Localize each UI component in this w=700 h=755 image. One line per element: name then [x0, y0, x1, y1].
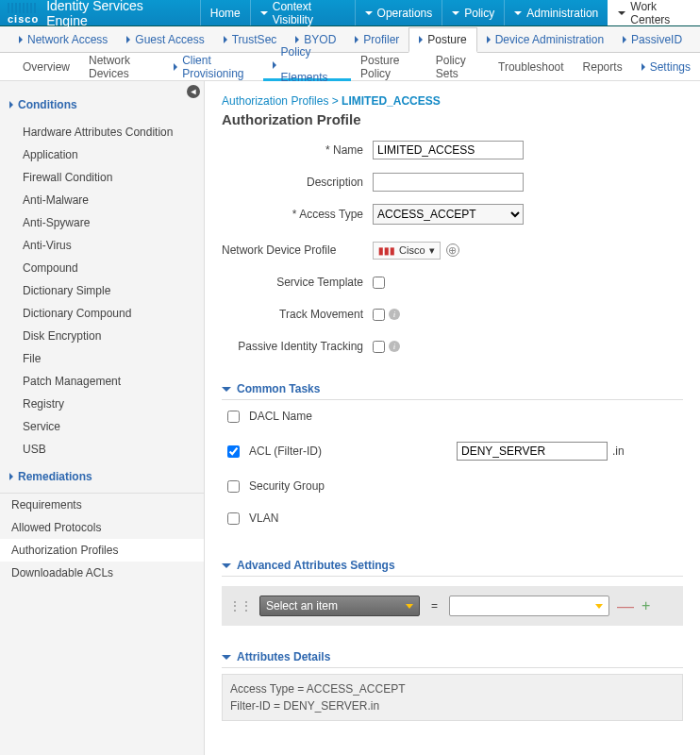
label-service-template: Service Template	[222, 276, 373, 289]
breadcrumb: Authorization Profiles > LIMITED_ACCESS	[222, 94, 683, 108]
caret-down-icon	[365, 11, 373, 15]
breadcrumb-parent[interactable]: Authorization Profiles	[222, 94, 328, 108]
top-tabs: Home Context Visibility Operations Polic…	[200, 0, 700, 25]
cond-compound[interactable]: Compound	[0, 257, 204, 279]
checkbox-passive-identity[interactable]	[373, 341, 385, 353]
tert-overview[interactable]: Overview	[13, 60, 79, 74]
tert-posture-policy[interactable]: Posture Policy	[351, 54, 426, 80]
cond-hardware[interactable]: Hardware Attributes Condition	[0, 121, 204, 143]
sub-network-access[interactable]: Network Access	[9, 33, 117, 46]
section-details[interactable]: Attributes Details	[222, 650, 683, 668]
label-passive-identity: Passive Identity Tracking	[222, 340, 373, 353]
info-icon[interactable]: i	[389, 309, 400, 320]
tert-reports[interactable]: Reports	[574, 60, 632, 74]
caret-right-icon	[623, 36, 626, 43]
tab-home[interactable]: Home	[200, 0, 250, 25]
input-name[interactable]	[373, 141, 524, 159]
sub-device-admin[interactable]: Device Administration	[477, 33, 613, 46]
checkbox-security-group[interactable]	[227, 480, 240, 493]
tab-work-centers[interactable]: Work Centers	[608, 0, 700, 25]
label-track-movement: Track Movement	[222, 308, 373, 321]
sidebar-authorization-profiles[interactable]: Authorization Profiles	[0, 539, 204, 562]
sub-guest-access[interactable]: Guest Access	[117, 33, 213, 46]
sub-posture[interactable]: Posture	[408, 27, 476, 53]
remove-row-icon[interactable]: —	[617, 596, 634, 616]
caret-right-icon	[9, 101, 13, 109]
caret-right-icon	[355, 36, 358, 43]
cond-registry[interactable]: Registry	[0, 393, 204, 415]
cond-application[interactable]: Application	[0, 143, 204, 166]
checkbox-service-template[interactable]	[373, 277, 385, 289]
cond-file[interactable]: File	[0, 347, 204, 370]
caret-down-icon	[260, 11, 268, 15]
caret-right-icon	[224, 36, 227, 43]
caret-right-icon	[642, 63, 645, 71]
caret-right-icon	[9, 473, 13, 480]
caret-down-icon	[618, 11, 625, 15]
collapse-sidebar-icon[interactable]: ◄	[187, 85, 200, 98]
input-acl-value[interactable]	[457, 442, 608, 461]
ndp-select[interactable]: ▮▮▮Cisco▾	[373, 242, 441, 260]
cond-dict-compound[interactable]: Dictionary Compound	[0, 302, 204, 325]
tert-policy-sets[interactable]: Policy Sets	[426, 54, 489, 80]
cond-anti-malware[interactable]: Anti-Malware	[0, 189, 204, 211]
add-ndp-icon[interactable]: ⊕	[446, 243, 459, 257]
conditions-list: Hardware Attributes Condition Applicatio…	[0, 117, 204, 464]
sidebar-section-remediations[interactable]: Remediations	[0, 464, 204, 489]
breadcrumb-current: LIMITED_ACCESS	[342, 94, 441, 108]
app-title: Identity Services Engine	[46, 0, 200, 28]
tert-settings[interactable]: Settings	[632, 60, 700, 74]
combo-attr-name[interactable]: Select an item	[259, 596, 420, 616]
sidebar-downloadable-acls[interactable]: Downloadable ACLs	[0, 562, 204, 584]
tert-client-provisioning[interactable]: Client Provisioning	[164, 54, 262, 80]
cond-service[interactable]: Service	[0, 415, 204, 438]
cond-patch-mgmt[interactable]: Patch Management	[0, 370, 204, 393]
advanced-row: ⋮⋮ Select an item = — +	[222, 586, 683, 626]
cond-anti-virus[interactable]: Anti-Virus	[0, 234, 204, 257]
combo-attr-value[interactable]	[449, 596, 609, 616]
add-row-icon[interactable]: +	[642, 597, 650, 614]
section-common-tasks[interactable]: Common Tasks	[222, 382, 683, 400]
caret-down-icon	[452, 11, 459, 15]
input-description[interactable]	[373, 173, 524, 192]
caret-right-icon	[126, 36, 130, 43]
tab-operations[interactable]: Operations	[355, 0, 442, 25]
tert-troubleshoot[interactable]: Troubleshoot	[489, 60, 574, 74]
sub-trustsec[interactable]: TrustSec	[214, 33, 287, 46]
detail-line: Access Type = ACCESS_ACCEPT	[230, 680, 675, 697]
checkbox-track-movement[interactable]	[373, 309, 385, 321]
tab-administration[interactable]: Administration	[504, 0, 608, 25]
tert-tabs: Overview Network Devices Client Provisio…	[0, 53, 700, 81]
checkbox-acl[interactable]	[227, 445, 240, 458]
sub-passiveid[interactable]: PassiveID	[613, 33, 692, 46]
collapse-icon	[222, 387, 231, 392]
select-access-type[interactable]: ACCESS_ACCEPT	[373, 204, 524, 225]
cond-firewall[interactable]: Firewall Condition	[0, 166, 204, 189]
label-ndp: Network Device Profile	[222, 243, 373, 257]
cond-anti-spyware[interactable]: Anti-Spyware	[0, 211, 204, 234]
section-advanced[interactable]: Advanced Attributes Settings	[222, 559, 683, 577]
tert-network-devices[interactable]: Network Devices	[79, 54, 164, 80]
sub-profiler[interactable]: Profiler	[345, 33, 408, 46]
checkbox-vlan[interactable]	[227, 512, 240, 525]
checkbox-dacl[interactable]	[227, 411, 240, 423]
caret-right-icon	[487, 36, 491, 43]
sidebar-requirements[interactable]: Requirements	[0, 494, 204, 516]
caret-right-icon	[19, 36, 23, 43]
top-bar: cisco Identity Services Engine Home Cont…	[0, 0, 700, 26]
cond-usb[interactable]: USB	[0, 438, 204, 461]
cond-dict-simple[interactable]: Dictionary Simple	[0, 279, 204, 302]
task-acl: ACL (Filter-ID) .in	[222, 432, 683, 470]
label-description: Description	[222, 176, 373, 189]
sidebar-allowed-protocols[interactable]: Allowed Protocols	[0, 516, 204, 539]
tert-policy-elements[interactable]: Policy Elements	[263, 53, 352, 81]
tab-policy[interactable]: Policy	[442, 0, 504, 25]
cond-disk-enc[interactable]: Disk Encryption	[0, 325, 204, 347]
collapse-icon	[222, 655, 231, 660]
caret-right-icon	[419, 36, 423, 43]
collapse-icon	[222, 563, 231, 568]
info-icon[interactable]: i	[389, 341, 400, 352]
tab-context-visibility[interactable]: Context Visibility	[250, 0, 355, 25]
sidebar-section-conditions[interactable]: Conditions	[0, 92, 204, 117]
sidebar: ◄ Conditions Hardware Attributes Conditi…	[0, 81, 205, 755]
